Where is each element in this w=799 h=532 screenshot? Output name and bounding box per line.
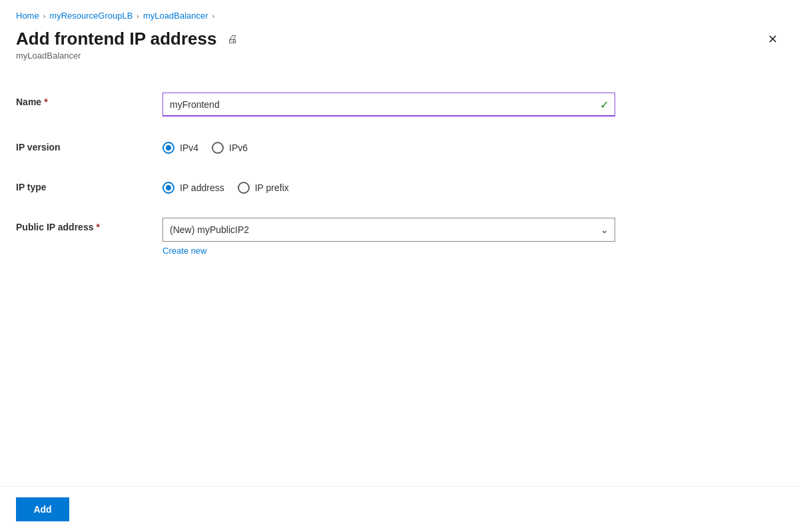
create-new-link[interactable]: Create new [162,246,206,256]
name-check-icon: ✓ [600,99,609,111]
breadcrumb-sep-2: › [136,12,139,20]
ip-address-option[interactable]: IP address [162,182,224,194]
add-button[interactable]: Add [16,497,69,521]
content-area: Name * ✓ IP version [0,66,799,486]
breadcrumb-load-balancer[interactable]: myLoadBalancer [143,11,208,21]
ip-type-radio-group: IP address IP prefix [162,178,615,194]
breadcrumb-sep-3: › [212,12,215,20]
ip-address-radio-outer [162,182,174,194]
page-header: Add frontend IP address 🖨 myLoadBalancer… [0,26,799,66]
name-input-wrapper: ✓ [162,93,615,117]
name-input[interactable] [162,93,615,117]
page-title: Add frontend IP address [16,29,216,49]
close-button[interactable]: ✕ [762,29,783,50]
ip-type-row: IP type IP address IP prefix [16,167,783,207]
page-container: Home › myResourceGroupLB › myLoadBalance… [0,0,799,532]
print-icon[interactable]: 🖨 [224,31,240,47]
name-label: Name * [16,93,162,107]
ip-prefix-option[interactable]: IP prefix [238,182,289,194]
public-ip-control: (New) myPublicIP2 ⌄ Create new [162,218,615,256]
name-control: ✓ [162,93,615,117]
ip-version-control: IPv4 IPv6 [162,138,615,154]
ip-prefix-label: IP prefix [255,182,289,193]
ip-prefix-radio-outer [238,182,250,194]
ip-type-control: IP address IP prefix [162,178,615,194]
public-ip-row: Public IP address * (New) myPublicIP2 ⌄ … [16,207,783,267]
ipv4-radio-inner [166,145,171,150]
ipv6-label: IPv6 [229,142,248,153]
ip-address-radio-inner [166,185,171,190]
ip-type-label: IP type [16,178,162,192]
name-row: Name * ✓ [16,82,783,127]
name-required-star: * [44,97,47,107]
ipv6-radio-outer [212,142,224,154]
breadcrumb-resource-group[interactable]: myResourceGroupLB [49,11,133,21]
form-section: Name * ✓ IP version [16,82,783,267]
page-subtitle: myLoadBalancer [16,51,783,61]
breadcrumb-sep-1: › [43,12,46,20]
breadcrumb-home[interactable]: Home [16,11,39,21]
footer: Add [0,486,799,532]
public-ip-label: Public IP address * [16,218,162,232]
ipv4-radio-outer [162,142,174,154]
public-ip-required-star: * [96,222,99,232]
public-ip-select[interactable]: (New) myPublicIP2 [162,218,615,242]
ip-address-label: IP address [180,182,224,193]
ip-version-label: IP version [16,138,162,152]
ipv4-option[interactable]: IPv4 [162,142,198,154]
ipv4-label: IPv4 [180,142,198,153]
ip-version-row: IP version IPv4 IPv6 [16,127,783,167]
public-ip-dropdown-wrapper: (New) myPublicIP2 ⌄ [162,218,615,242]
ipv6-option[interactable]: IPv6 [212,142,248,154]
breadcrumb: Home › myResourceGroupLB › myLoadBalance… [0,0,799,26]
ip-version-radio-group: IPv4 IPv6 [162,138,615,154]
